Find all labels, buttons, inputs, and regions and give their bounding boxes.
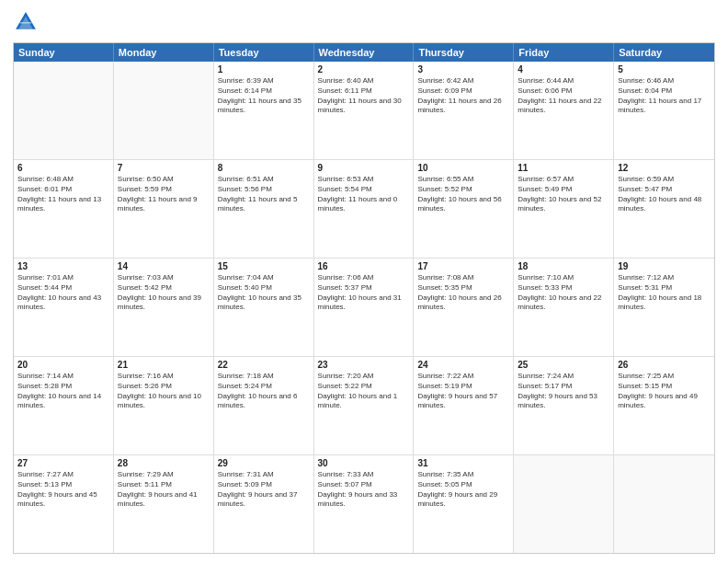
table-row: 1Sunrise: 6:39 AM Sunset: 6:14 PM Daylig… [214, 62, 314, 159]
day-info: Sunrise: 6:57 AM Sunset: 5:49 PM Dayligh… [518, 175, 609, 214]
day-info: Sunrise: 7:27 AM Sunset: 5:13 PM Dayligh… [17, 470, 109, 510]
table-row: 13Sunrise: 7:01 AM Sunset: 5:44 PM Dayli… [14, 259, 114, 356]
table-row: 2Sunrise: 6:40 AM Sunset: 6:11 PM Daylig… [314, 62, 415, 159]
day-info: Sunrise: 7:20 AM Sunset: 5:22 PM Dayligh… [318, 372, 410, 411]
svg-rect-2 [20, 22, 31, 24]
day-number: 28 [118, 458, 210, 468]
day-number: 11 [518, 163, 609, 173]
day-number: 10 [417, 163, 509, 173]
logo-icon [13, 9, 39, 35]
day-info: Sunrise: 7:33 AM Sunset: 5:07 PM Dayligh… [318, 470, 410, 510]
calendar-row-5: 27Sunrise: 7:27 AM Sunset: 5:13 PM Dayli… [14, 455, 714, 553]
day-number: 2 [318, 64, 410, 75]
day-info: Sunrise: 7:25 AM Sunset: 5:15 PM Dayligh… [618, 372, 711, 411]
day-number: 4 [518, 64, 609, 75]
header-monday: Monday [114, 43, 214, 62]
header-wednesday: Wednesday [314, 43, 415, 62]
page: Sunday Monday Tuesday Wednesday Thursday… [0, 0, 728, 563]
day-number: 23 [318, 360, 410, 370]
day-number: 22 [218, 360, 310, 370]
day-info: Sunrise: 6:42 AM Sunset: 6:09 PM Dayligh… [417, 76, 509, 116]
table-row: 19Sunrise: 7:12 AM Sunset: 5:31 PM Dayli… [614, 259, 714, 356]
table-row: 17Sunrise: 7:08 AM Sunset: 5:35 PM Dayli… [414, 259, 514, 356]
day-info: Sunrise: 6:53 AM Sunset: 5:54 PM Dayligh… [318, 175, 410, 214]
day-info: Sunrise: 7:29 AM Sunset: 5:11 PM Dayligh… [118, 470, 210, 510]
day-info: Sunrise: 7:14 AM Sunset: 5:28 PM Dayligh… [17, 372, 109, 411]
header-tuesday: Tuesday [214, 43, 314, 62]
table-row: 15Sunrise: 7:04 AM Sunset: 5:40 PM Dayli… [214, 259, 314, 356]
day-info: Sunrise: 7:12 AM Sunset: 5:31 PM Dayligh… [618, 273, 711, 313]
table-row: 31Sunrise: 7:35 AM Sunset: 5:05 PM Dayli… [414, 455, 514, 553]
calendar-row-1: 1Sunrise: 6:39 AM Sunset: 6:14 PM Daylig… [14, 62, 714, 160]
table-row: 21Sunrise: 7:16 AM Sunset: 5:26 PM Dayli… [114, 357, 214, 454]
day-number: 18 [518, 261, 609, 271]
day-number: 29 [218, 458, 310, 468]
day-number: 25 [518, 360, 609, 370]
day-info: Sunrise: 7:04 AM Sunset: 5:40 PM Dayligh… [218, 273, 310, 313]
day-number: 17 [417, 261, 509, 271]
day-info: Sunrise: 7:18 AM Sunset: 5:24 PM Dayligh… [218, 372, 310, 411]
day-info: Sunrise: 7:31 AM Sunset: 5:09 PM Dayligh… [218, 470, 310, 510]
table-row: 10Sunrise: 6:55 AM Sunset: 5:52 PM Dayli… [414, 160, 514, 258]
header-thursday: Thursday [414, 43, 514, 62]
table-row: 23Sunrise: 7:20 AM Sunset: 5:22 PM Dayli… [314, 357, 415, 454]
header-sunday: Sunday [14, 43, 114, 62]
day-number: 5 [618, 64, 711, 75]
table-row: 27Sunrise: 7:27 AM Sunset: 5:13 PM Dayli… [14, 455, 114, 553]
header-saturday: Saturday [614, 43, 714, 62]
table-row: 18Sunrise: 7:10 AM Sunset: 5:33 PM Dayli… [514, 259, 614, 356]
table-row: 6Sunrise: 6:48 AM Sunset: 6:01 PM Daylig… [14, 160, 114, 258]
table-row: 4Sunrise: 6:44 AM Sunset: 6:06 PM Daylig… [514, 62, 614, 159]
day-info: Sunrise: 6:48 AM Sunset: 6:01 PM Dayligh… [17, 175, 109, 214]
header [13, 9, 715, 35]
table-row [514, 455, 614, 553]
table-row: 20Sunrise: 7:14 AM Sunset: 5:28 PM Dayli… [14, 357, 114, 454]
table-row: 24Sunrise: 7:22 AM Sunset: 5:19 PM Dayli… [414, 357, 514, 454]
header-friday: Friday [514, 43, 614, 62]
table-row: 25Sunrise: 7:24 AM Sunset: 5:17 PM Dayli… [514, 357, 614, 454]
day-number: 19 [618, 261, 711, 271]
day-info: Sunrise: 6:40 AM Sunset: 6:11 PM Dayligh… [318, 76, 410, 116]
table-row: 22Sunrise: 7:18 AM Sunset: 5:24 PM Dayli… [214, 357, 314, 454]
day-info: Sunrise: 7:03 AM Sunset: 5:42 PM Dayligh… [118, 273, 210, 313]
day-number: 6 [17, 163, 109, 173]
day-info: Sunrise: 7:35 AM Sunset: 5:05 PM Dayligh… [417, 470, 509, 510]
table-row: 8Sunrise: 6:51 AM Sunset: 5:56 PM Daylig… [214, 160, 314, 258]
day-number: 8 [218, 163, 310, 173]
calendar-body: 1Sunrise: 6:39 AM Sunset: 6:14 PM Daylig… [14, 62, 714, 553]
day-info: Sunrise: 6:51 AM Sunset: 5:56 PM Dayligh… [218, 175, 310, 214]
table-row [614, 455, 714, 553]
table-row: 30Sunrise: 7:33 AM Sunset: 5:07 PM Dayli… [314, 455, 415, 553]
day-number: 9 [318, 163, 410, 173]
day-number: 12 [618, 163, 711, 173]
logo [13, 9, 42, 35]
day-info: Sunrise: 7:24 AM Sunset: 5:17 PM Dayligh… [518, 372, 609, 411]
table-row: 29Sunrise: 7:31 AM Sunset: 5:09 PM Dayli… [214, 455, 314, 553]
table-row: 11Sunrise: 6:57 AM Sunset: 5:49 PM Dayli… [514, 160, 614, 258]
day-info: Sunrise: 6:46 AM Sunset: 6:04 PM Dayligh… [618, 76, 711, 116]
day-info: Sunrise: 6:59 AM Sunset: 5:47 PM Dayligh… [618, 175, 711, 214]
day-info: Sunrise: 7:22 AM Sunset: 5:19 PM Dayligh… [417, 372, 509, 411]
calendar-row-2: 6Sunrise: 6:48 AM Sunset: 6:01 PM Daylig… [14, 160, 714, 259]
day-info: Sunrise: 7:06 AM Sunset: 5:37 PM Dayligh… [318, 273, 410, 313]
day-number: 20 [17, 360, 109, 370]
day-number: 14 [118, 261, 210, 271]
day-number: 24 [417, 360, 509, 370]
table-row: 16Sunrise: 7:06 AM Sunset: 5:37 PM Dayli… [314, 259, 415, 356]
table-row: 3Sunrise: 6:42 AM Sunset: 6:09 PM Daylig… [414, 62, 514, 159]
calendar-row-3: 13Sunrise: 7:01 AM Sunset: 5:44 PM Dayli… [14, 259, 714, 357]
day-number: 15 [218, 261, 310, 271]
day-info: Sunrise: 6:50 AM Sunset: 5:59 PM Dayligh… [118, 175, 210, 214]
day-info: Sunrise: 6:55 AM Sunset: 5:52 PM Dayligh… [417, 175, 509, 214]
day-info: Sunrise: 7:08 AM Sunset: 5:35 PM Dayligh… [417, 273, 509, 313]
table-row: 28Sunrise: 7:29 AM Sunset: 5:11 PM Dayli… [114, 455, 214, 553]
table-row [114, 62, 214, 159]
day-info: Sunrise: 7:01 AM Sunset: 5:44 PM Dayligh… [17, 273, 109, 313]
day-number: 1 [218, 64, 310, 75]
table-row: 14Sunrise: 7:03 AM Sunset: 5:42 PM Dayli… [114, 259, 214, 356]
day-number: 30 [318, 458, 410, 468]
table-row [14, 62, 114, 159]
table-row: 12Sunrise: 6:59 AM Sunset: 5:47 PM Dayli… [614, 160, 714, 258]
calendar-row-4: 20Sunrise: 7:14 AM Sunset: 5:28 PM Dayli… [14, 357, 714, 455]
day-info: Sunrise: 6:39 AM Sunset: 6:14 PM Dayligh… [218, 76, 310, 116]
